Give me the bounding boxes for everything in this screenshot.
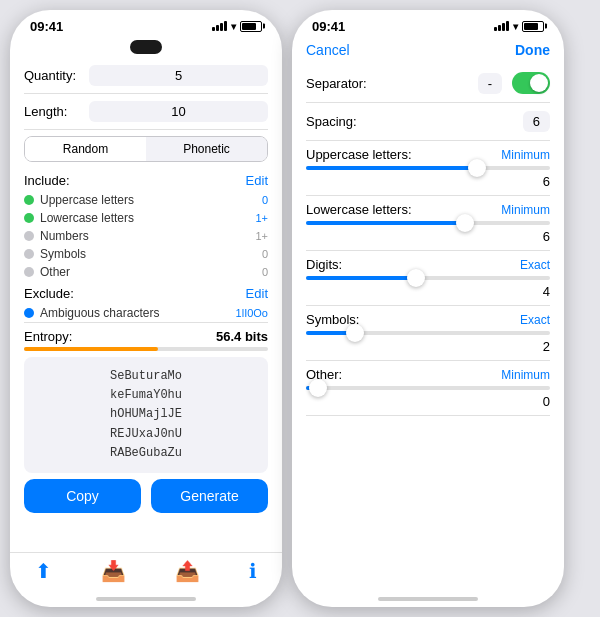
other-slider-track[interactable] <box>306 386 550 390</box>
lowercase-slider-section: Lowercase letters: Minimum 6 <box>306 196 550 251</box>
password-line-5: RABeGubaZu <box>36 444 256 463</box>
password-line-1: SeButuraMo <box>36 367 256 386</box>
exclude-label: Exclude: <box>24 286 74 301</box>
done-button[interactable]: Done <box>515 42 550 58</box>
exclude-edit-button[interactable]: Edit <box>246 286 268 301</box>
right-phone: 09:41 ▾ Cancel Done Separator: - <box>292 10 564 607</box>
include-header: Include: Edit <box>24 168 268 191</box>
uppercase-slider-track[interactable] <box>306 166 550 170</box>
other-slider-value: 0 <box>306 394 550 409</box>
exclude-header: Exclude: Edit <box>24 281 268 304</box>
digits-slider-mode[interactable]: Exact <box>520 258 550 272</box>
password-line-3: hOHUMajlJE <box>36 405 256 424</box>
lowercase-slider-value: 6 <box>306 229 550 244</box>
other-slider-mode[interactable]: Minimum <box>501 368 550 382</box>
quantity-value[interactable]: 5 <box>89 65 268 86</box>
numbers-dot <box>24 231 34 241</box>
numbers-item: Numbers 1+ <box>24 227 268 245</box>
ambiguous-label: Ambiguous characters <box>40 306 159 320</box>
spacing-value[interactable]: 6 <box>523 111 550 132</box>
status-bar-left: 09:41 ▾ <box>10 10 282 38</box>
copy-button[interactable]: Copy <box>24 479 141 513</box>
digits-slider-value: 4 <box>306 284 550 299</box>
left-phone: 09:41 ▾ Quantity: 5 Length: 10 <box>10 10 282 607</box>
quantity-row: Quantity: 5 <box>24 58 268 94</box>
password-display: SeButuraMo keFumaY0hu hOHUMajlJE REJUxaJ… <box>24 357 268 473</box>
action-buttons: Copy Generate <box>24 479 268 513</box>
status-bar-right: 09:41 ▾ <box>292 10 564 38</box>
digits-slider-thumb[interactable] <box>407 269 425 287</box>
notch-area <box>10 38 282 58</box>
left-content: Quantity: 5 Length: 10 Random Phonetic I… <box>10 58 282 552</box>
numbers-count: 1+ <box>255 230 268 242</box>
separator-value[interactable]: - <box>478 73 502 94</box>
include-edit-button[interactable]: Edit <box>246 173 268 188</box>
home-indicator <box>10 591 282 607</box>
generate-button[interactable]: Generate <box>151 479 268 513</box>
symbols-slider-mode[interactable]: Exact <box>520 313 550 327</box>
spacing-row: Spacing: 6 <box>306 103 550 141</box>
history-icon[interactable]: 📥 <box>101 559 126 583</box>
entropy-value: 56.4 bits <box>216 329 268 344</box>
other-item: Other 0 <box>24 263 268 281</box>
symbols-slider-value: 2 <box>306 339 550 354</box>
home-indicator-right <box>292 591 564 607</box>
digits-slider-label: Digits: <box>306 257 342 272</box>
entropy-bar-fill <box>24 347 158 351</box>
lowercase-slider-fill <box>306 221 465 225</box>
signal-icon <box>212 21 227 31</box>
other-slider-label: Other: <box>306 367 342 382</box>
status-icons-right: ▾ <box>494 21 544 32</box>
length-row: Length: 10 <box>24 94 268 130</box>
tab-random[interactable]: Random <box>25 137 146 161</box>
uppercase-dot <box>24 195 34 205</box>
length-value[interactable]: 10 <box>89 101 268 122</box>
signal-icon-right <box>494 21 509 31</box>
lowercase-slider-track[interactable] <box>306 221 550 225</box>
length-label: Length: <box>24 104 89 119</box>
uppercase-slider-fill <box>306 166 477 170</box>
status-icons-left: ▾ <box>212 21 262 32</box>
info-icon[interactable]: ℹ <box>249 559 257 583</box>
symbols-slider-track[interactable] <box>306 331 550 335</box>
numbers-label: Numbers <box>40 229 89 243</box>
battery-icon <box>240 21 262 32</box>
symbols-label: Symbols <box>40 247 86 261</box>
other-dot <box>24 267 34 277</box>
cancel-button[interactable]: Cancel <box>306 42 350 58</box>
lowercase-item: Lowercase letters 1+ <box>24 209 268 227</box>
lowercase-slider-thumb[interactable] <box>456 214 474 232</box>
symbols-slider-thumb[interactable] <box>346 324 364 342</box>
uppercase-label: Uppercase letters <box>40 193 134 207</box>
other-slider-thumb[interactable] <box>309 379 327 397</box>
time-left: 09:41 <box>30 19 63 34</box>
separator-toggle[interactable] <box>512 72 550 94</box>
lowercase-slider-label: Lowercase letters: <box>306 202 412 217</box>
tab-phonetic[interactable]: Phonetic <box>146 137 267 161</box>
lowercase-label: Lowercase letters <box>40 211 134 225</box>
digits-slider-track[interactable] <box>306 276 550 280</box>
password-line-2: keFumaY0hu <box>36 386 256 405</box>
separator-label: Separator: <box>306 76 478 91</box>
lowercase-dot <box>24 213 34 223</box>
wifi-icon-right: ▾ <box>513 21 518 32</box>
symbols-count: 0 <box>262 248 268 260</box>
mode-tabs: Random Phonetic <box>24 136 268 162</box>
quantity-label: Quantity: <box>24 68 89 83</box>
export-icon[interactable]: 📤 <box>175 559 200 583</box>
uppercase-slider-thumb[interactable] <box>468 159 486 177</box>
entropy-bar-track <box>24 347 268 351</box>
wifi-icon: ▾ <box>231 21 236 32</box>
separator-row: Separator: - <box>306 64 550 103</box>
symbols-dot <box>24 249 34 259</box>
share-icon[interactable]: ⬆ <box>35 559 52 583</box>
symbols-item: Symbols 0 <box>24 245 268 263</box>
password-line-4: REJUxaJ0nU <box>36 425 256 444</box>
camera-notch <box>130 40 162 54</box>
uppercase-count: 0 <box>262 194 268 206</box>
bottom-tab-bar: ⬆ 📥 📤 ℹ <box>10 552 282 591</box>
lowercase-slider-mode[interactable]: Minimum <box>501 203 550 217</box>
other-count: 0 <box>262 266 268 278</box>
uppercase-slider-mode[interactable]: Minimum <box>501 148 550 162</box>
right-header: Cancel Done <box>292 38 564 64</box>
